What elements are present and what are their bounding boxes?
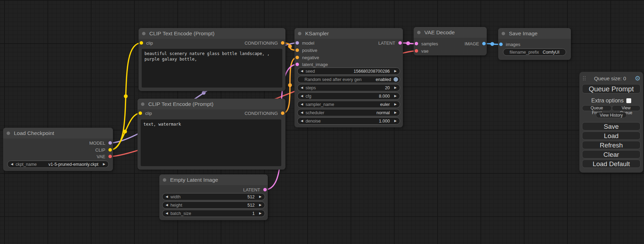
sampler-name-widget[interactable]: ◀ sampler_name euler ▶ xyxy=(297,101,400,108)
comfyui-canvas[interactable]: { "colors": { "model": "#B39DDB", "clip"… xyxy=(0,0,644,244)
output-slot-latent[interactable]: LATENT xyxy=(378,39,403,46)
collapse-dot[interactable] xyxy=(298,32,301,35)
widget-left-arrow-icon[interactable]: ◀ xyxy=(301,111,303,114)
node-title-bar[interactable]: Empty Latent Image xyxy=(159,174,268,185)
widget-left-arrow-icon[interactable]: ◀ xyxy=(11,163,13,166)
wire-midpoint-dot[interactable] xyxy=(288,83,292,87)
node-title-bar[interactable]: CLIP Text Encode (Prompt) xyxy=(139,28,285,39)
wire-midpoint-dot[interactable] xyxy=(123,130,127,134)
random-seed-toggle[interactable] xyxy=(394,77,398,82)
widget-right-arrow-icon[interactable]: ▶ xyxy=(259,204,262,207)
node-title-bar[interactable]: KSampler xyxy=(294,28,403,39)
widget-left-arrow-icon[interactable]: ◀ xyxy=(301,103,303,106)
collapse-dot[interactable] xyxy=(163,178,166,182)
latent-image-input-dot[interactable] xyxy=(295,63,299,66)
save-button[interactable]: Save xyxy=(582,122,641,130)
widget-right-arrow-icon[interactable]: ▶ xyxy=(394,94,397,98)
input-slot-vae[interactable]: vae xyxy=(414,47,429,54)
widget-left-arrow-icon[interactable]: ◀ xyxy=(301,86,303,89)
input-slot-negative[interactable]: negative xyxy=(294,54,319,61)
denoise-widget[interactable]: ◀ denoise 1.000 ▶ xyxy=(297,117,400,125)
negative-prompt-textarea[interactable]: text, watermark xyxy=(141,119,281,166)
widget-right-arrow-icon[interactable]: ▶ xyxy=(394,111,397,114)
widget-left-arrow-icon[interactable]: ◀ xyxy=(166,204,168,207)
input-slot-clip[interactable]: clip xyxy=(139,39,153,46)
conditioning-output-dot[interactable] xyxy=(281,41,284,45)
clip-input-dot[interactable] xyxy=(140,41,143,45)
extra-options-checkbox[interactable] xyxy=(626,98,631,103)
input-slot-clip[interactable]: clip xyxy=(138,110,152,117)
node-vae-decode[interactable]: VAE Decode samples vae IMAGE xyxy=(414,27,487,55)
widget-left-arrow-icon[interactable]: ◀ xyxy=(301,119,303,123)
node-load-checkpoint[interactable]: Load Checkpoint MODEL CLIP VAE ◀ ckpt_na… xyxy=(3,128,113,171)
clear-button[interactable]: Clear xyxy=(582,150,641,159)
node-ksampler[interactable]: KSampler model positive negative latent_… xyxy=(294,28,403,127)
model-output-dot[interactable] xyxy=(108,141,112,145)
output-slot-image[interactable]: IMAGE xyxy=(465,40,487,47)
samples-input-dot[interactable] xyxy=(415,42,418,45)
vae-input-dot[interactable] xyxy=(415,49,418,53)
ckpt-name-widget[interactable]: ◀ ckpt_name v1-5-pruned-emaonly.ckpt ▶ xyxy=(7,161,109,168)
widget-left-arrow-icon[interactable]: ◀ xyxy=(301,94,303,98)
widget-right-arrow-icon[interactable]: ▶ xyxy=(394,119,397,123)
input-slot-images[interactable]: images xyxy=(498,41,520,48)
queue-front-button[interactable]: Queue Front xyxy=(582,105,612,111)
collapse-dot[interactable] xyxy=(142,32,145,35)
scheduler-widget[interactable]: ◀ scheduler normal ▶ xyxy=(297,109,400,116)
refresh-button[interactable]: Refresh xyxy=(582,141,641,149)
steps-widget[interactable]: ◀ steps 20 ▶ xyxy=(297,84,400,91)
input-slot-model[interactable]: model xyxy=(294,39,314,46)
wire-midpoint-dot[interactable] xyxy=(202,91,206,95)
node-title-bar[interactable]: CLIP Text Encode (Prompt) xyxy=(138,99,285,109)
wire-midpoint-dot[interactable] xyxy=(491,42,494,46)
collapse-dot[interactable] xyxy=(502,32,505,35)
conditioning-output-dot[interactable] xyxy=(281,111,284,115)
node-title-bar[interactable]: Save Image xyxy=(498,28,571,39)
widget-right-arrow-icon[interactable]: ▶ xyxy=(259,212,262,215)
widget-left-arrow-icon[interactable]: ◀ xyxy=(301,70,303,73)
node-clip-text-encode-negative[interactable]: CLIP Text Encode (Prompt) clip CONDITION… xyxy=(138,99,285,170)
queue-prompt-button[interactable]: Queue Prompt xyxy=(582,84,641,93)
collapse-dot[interactable] xyxy=(141,102,144,106)
wire-midpoint-dot[interactable] xyxy=(406,42,410,45)
output-slot-conditioning[interactable]: CONDITIONING xyxy=(245,110,285,117)
latent-output-dot[interactable] xyxy=(398,41,402,45)
input-slot-positive[interactable]: positive xyxy=(294,47,317,54)
widget-left-arrow-icon[interactable]: ◀ xyxy=(166,195,168,198)
drag-handle-icon[interactable] xyxy=(583,76,585,80)
node-clip-text-encode-positive[interactable]: CLIP Text Encode (Prompt) clip CONDITION… xyxy=(139,28,285,91)
clip-output-dot[interactable] xyxy=(108,148,112,152)
node-save-image[interactable]: Save Image images filename_prefix ComfyU… xyxy=(498,28,571,60)
batch-size-widget[interactable]: ◀ batch_size 1 ▶ xyxy=(162,210,265,217)
model-input-dot[interactable] xyxy=(295,41,299,45)
collapse-dot[interactable] xyxy=(417,31,421,34)
negative-input-dot[interactable] xyxy=(295,56,299,59)
wire-midpoint-dot[interactable] xyxy=(124,94,128,98)
widget-right-arrow-icon[interactable]: ▶ xyxy=(394,70,397,73)
widget-left-arrow-icon[interactable]: ◀ xyxy=(166,212,168,215)
view-queue-button[interactable]: View Queue xyxy=(612,105,641,111)
image-output-dot[interactable] xyxy=(482,42,486,45)
seed-widget[interactable]: ◀ seed 156680208700286 ▶ xyxy=(297,67,400,75)
node-empty-latent-image[interactable]: Empty Latent Image LATENT ◀ width 512 ▶ … xyxy=(159,174,268,220)
output-slot-model[interactable]: MODEL xyxy=(89,139,113,146)
wire-midpoint-dot[interactable] xyxy=(288,45,292,48)
positive-prompt-textarea[interactable]: beautiful scenery nature glass bottle la… xyxy=(142,49,282,88)
cfg-widget[interactable]: ◀ cfg 8.000 ▶ xyxy=(297,92,400,100)
latent-output-dot[interactable] xyxy=(263,188,267,191)
input-slot-latent-image[interactable]: latent_image xyxy=(294,61,328,68)
node-title-bar[interactable]: Load Checkpoint xyxy=(3,128,113,138)
load-default-button[interactable]: Load Default xyxy=(582,160,641,168)
random-seed-widget[interactable]: Random seed after every gen enabled xyxy=(297,76,400,83)
widget-right-arrow-icon[interactable]: ▶ xyxy=(103,163,105,166)
widget-right-arrow-icon[interactable]: ▶ xyxy=(259,195,262,198)
height-widget[interactable]: ◀ height 512 ▶ xyxy=(162,201,265,209)
vae-output-dot[interactable] xyxy=(108,155,112,158)
filename-prefix-widget[interactable]: filename_prefix ComfyUI xyxy=(503,48,566,56)
widget-right-arrow-icon[interactable]: ▶ xyxy=(394,86,397,89)
width-widget[interactable]: ◀ width 512 ▶ xyxy=(162,193,265,200)
images-input-dot[interactable] xyxy=(499,43,503,46)
input-slot-samples[interactable]: samples xyxy=(414,40,438,47)
clip-input-dot[interactable] xyxy=(139,111,142,115)
node-title-bar[interactable]: VAE Decode xyxy=(414,27,487,38)
